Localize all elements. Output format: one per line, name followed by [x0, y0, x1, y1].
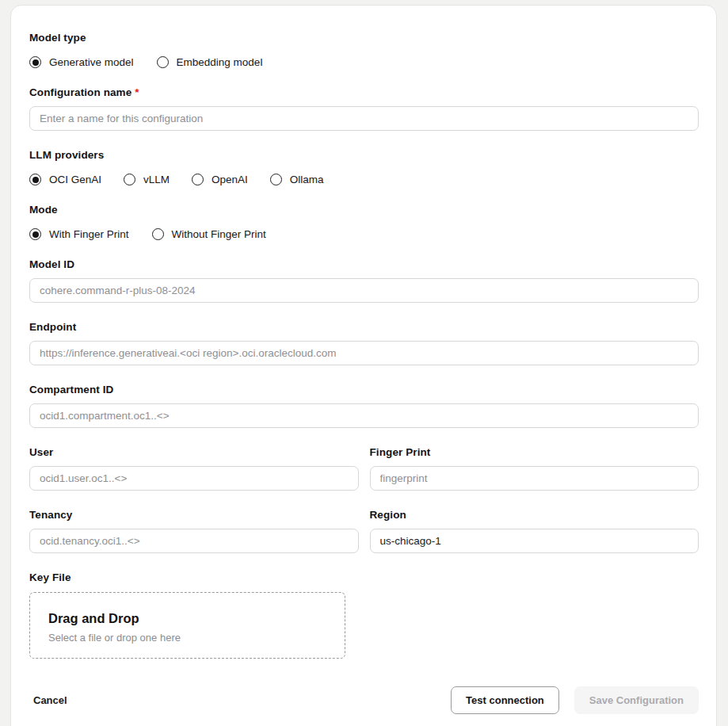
llm-providers-radio-group: OCI GenAI vLLM OpenAI Ollama — [29, 174, 699, 185]
configuration-name-input[interactable] — [29, 106, 699, 131]
radio-with-fingerprint[interactable]: With Finger Print — [29, 228, 129, 240]
model-id-input[interactable] — [29, 278, 699, 303]
tenancy-section: Tenancy — [29, 509, 359, 553]
radio-selected-icon[interactable] — [29, 56, 41, 68]
dropzone-subtitle: Select a file or drop one here — [48, 632, 345, 644]
radio-oci-genai-label: OCI GenAI — [49, 174, 101, 185]
tenancy-input[interactable] — [29, 529, 359, 553]
model-type-label: Model type — [29, 32, 699, 44]
radio-embedding-model-label: Embedding model — [177, 56, 263, 68]
radio-without-fingerprint-label: Without Finger Print — [172, 228, 266, 240]
user-label: User — [29, 446, 359, 458]
llm-providers-label: LLM providers — [29, 149, 699, 161]
compartment-id-section: Compartment ID — [29, 384, 699, 428]
endpoint-label: Endpoint — [29, 321, 699, 333]
fingerprint-input[interactable] — [370, 466, 699, 491]
tenancy-region-row: Tenancy Region — [29, 509, 699, 553]
key-file-dropzone[interactable]: Drag and Drop Select a file or drop one … — [29, 592, 345, 659]
model-type-section: Model type Generative model Embedding mo… — [29, 32, 699, 68]
radio-vllm-label: vLLM — [143, 174, 170, 185]
radio-embedding-model[interactable]: Embedding model — [157, 56, 263, 68]
region-label: Region — [370, 509, 699, 521]
compartment-id-input[interactable] — [29, 403, 699, 428]
radio-oci-genai[interactable]: OCI GenAI — [29, 174, 101, 185]
configuration-name-label: Configuration name* — [29, 86, 699, 98]
mode-label: Mode — [29, 204, 699, 216]
model-type-radio-group: Generative model Embedding model — [29, 56, 699, 68]
model-id-section: Model ID — [29, 258, 699, 303]
endpoint-input[interactable] — [29, 341, 699, 365]
footer-actions: Test connection Save Configuration — [451, 686, 699, 714]
configuration-form-card: Model type Generative model Embedding mo… — [10, 5, 717, 726]
radio-unselected-icon[interactable] — [192, 174, 204, 185]
radio-unselected-icon[interactable] — [152, 228, 164, 240]
radio-openai-label: OpenAI — [212, 174, 248, 185]
model-id-label: Model ID — [29, 258, 699, 270]
user-input[interactable] — [29, 466, 359, 491]
mode-radio-group: With Finger Print Without Finger Print — [29, 228, 699, 240]
radio-unselected-icon[interactable] — [270, 174, 282, 185]
radio-without-fingerprint[interactable]: Without Finger Print — [152, 228, 266, 240]
radio-ollama-label: Ollama — [290, 174, 324, 185]
save-configuration-button[interactable]: Save Configuration — [574, 686, 699, 714]
fingerprint-section: Finger Print — [370, 446, 699, 491]
cancel-button[interactable]: Cancel — [33, 694, 67, 706]
required-asterisk: * — [135, 86, 139, 98]
user-section: User — [29, 446, 359, 491]
form-footer: Cancel Test connection Save Configuratio… — [29, 686, 699, 714]
user-fingerprint-row: User Finger Print — [29, 446, 699, 491]
tenancy-label: Tenancy — [29, 509, 359, 521]
radio-unselected-icon[interactable] — [124, 174, 135, 185]
key-file-label: Key File — [29, 571, 699, 583]
radio-openai[interactable]: OpenAI — [192, 174, 248, 185]
test-connection-button[interactable]: Test connection — [451, 686, 559, 714]
endpoint-section: Endpoint — [29, 321, 699, 365]
mode-section: Mode With Finger Print Without Finger Pr… — [29, 204, 699, 240]
region-input[interactable] — [370, 529, 699, 553]
region-section: Region — [370, 509, 699, 553]
configuration-name-section: Configuration name* — [29, 86, 699, 131]
radio-vllm[interactable]: vLLM — [124, 174, 170, 185]
radio-generative-model[interactable]: Generative model — [29, 56, 134, 68]
radio-unselected-icon[interactable] — [157, 56, 169, 68]
configuration-name-label-text: Configuration name — [29, 86, 131, 98]
radio-with-fingerprint-label: With Finger Print — [49, 228, 129, 240]
radio-generative-model-label: Generative model — [49, 56, 134, 68]
radio-ollama[interactable]: Ollama — [270, 174, 324, 185]
radio-selected-icon[interactable] — [29, 174, 41, 185]
fingerprint-label: Finger Print — [370, 446, 699, 458]
key-file-section: Key File Drag and Drop Select a file or … — [29, 571, 699, 659]
radio-selected-icon[interactable] — [29, 228, 41, 240]
compartment-id-label: Compartment ID — [29, 384, 699, 395]
dropzone-title: Drag and Drop — [48, 611, 345, 626]
llm-providers-section: LLM providers OCI GenAI vLLM OpenAI Olla… — [29, 149, 699, 185]
